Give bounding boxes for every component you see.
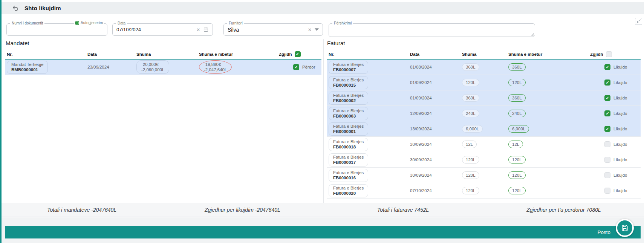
- check-icon: ✓: [606, 127, 609, 131]
- invoices-panel-title: Faturat: [327, 40, 345, 46]
- description-field[interactable]: Përshkrimi: [329, 23, 535, 37]
- selected-to-use-total: Zgjedhur per t'u perdorur 7080L: [483, 207, 644, 213]
- invoice-remaining: 12L: [508, 141, 523, 148]
- date-label: Data: [116, 21, 127, 25]
- row-select-checkbox[interactable]: ✓: [604, 141, 610, 147]
- invoice-remaining: 120L: [508, 79, 526, 86]
- mandate-number: BMB0000001: [11, 67, 43, 72]
- mandate-remaining-eur: -19,880€: [204, 62, 227, 67]
- invoice-type: Fatura e Blerjes: [333, 155, 364, 160]
- row-select-checkbox[interactable]: ✓: [604, 188, 610, 194]
- invoice-date: 30/09/2024: [410, 173, 462, 177]
- save-button[interactable]: [616, 219, 634, 237]
- column-header: Data: [87, 52, 136, 57]
- row-select-checkbox[interactable]: ✓: [604, 172, 610, 178]
- header-bar: Shto likujdim: [2, 2, 644, 14]
- invoice-type: Fatura e Blerjes: [333, 62, 364, 67]
- supplier-clear-icon[interactable]: ✕: [308, 28, 312, 32]
- table-row[interactable]: Fatura e Blerjes FB0000016 30/09/2024 12…: [327, 168, 641, 183]
- invoice-number: FB0000002: [333, 98, 364, 103]
- invoice-number: FB0000018: [333, 145, 364, 150]
- table-row[interactable]: Fatura e Blerjes FB0000020 07/10/2024 12…: [327, 183, 641, 199]
- autogenerate-toggle[interactable]: Autogjenerim: [74, 21, 104, 25]
- column-header: Shuma: [136, 52, 199, 57]
- invoice-chip: Fatura e Blerjes FB0000016: [329, 169, 368, 182]
- invoices-table: Nr. Data Shuma Shuma e mbetur Zgjidh ✓ F…: [327, 49, 641, 199]
- page-title: Shto likujdim: [24, 5, 61, 11]
- invoice-number: FB0000015: [333, 83, 364, 88]
- calendar-icon[interactable]: [203, 27, 209, 32]
- row-select-checkbox[interactable]: ✓: [604, 95, 610, 101]
- totals-strip: Totali i mandateve -2047640L Zgjedhur pe…: [2, 203, 644, 217]
- collapse-button[interactable]: [635, 18, 642, 25]
- column-header: Zgjidh: [590, 52, 603, 57]
- invoice-date: 07/10/2024: [410, 188, 462, 193]
- invoice-remaining: 360L: [508, 63, 526, 71]
- panel-divider: [323, 39, 324, 217]
- date-value: 07/10/2024: [116, 27, 141, 32]
- column-header: Shuma e mbetur: [199, 52, 274, 57]
- invoice-amount: 120L: [462, 187, 479, 194]
- select-all-checkbox[interactable]: ✓: [295, 51, 301, 57]
- invoice-amount: 360L: [462, 94, 479, 102]
- invoice-amount: 120L: [462, 79, 479, 86]
- table-row[interactable]: Fatura e Blerjes FB0000018 30/09/2024 12…: [327, 137, 641, 152]
- column-header-select: Zgjidh ✓: [274, 51, 321, 57]
- action-bar: Posto: [5, 226, 641, 238]
- invoice-chip: Fatura e Blerjes FB0000018: [329, 138, 368, 151]
- row-select-checkbox[interactable]: ✓: [604, 157, 610, 163]
- document-number-field[interactable]: Numri i dokumentit Autogjenerim: [6, 23, 107, 36]
- textarea-resize-handle[interactable]: [531, 32, 534, 36]
- invoice-chip: Fatura e Blerjes FB0000015: [329, 76, 368, 89]
- invoice-number: FB0000001: [333, 129, 364, 134]
- row-select-checkbox[interactable]: ✓: [293, 64, 299, 70]
- table-row[interactable]: Fatura e Blerjes FB0000017 30/09/2024 12…: [327, 152, 641, 168]
- mandate-remaining-highlighted: -19,880€ -2,047,640L: [199, 60, 232, 74]
- invoice-chip: Fatura e Blerjes FB0000001: [329, 122, 368, 136]
- select-all-checkbox[interactable]: ✓: [606, 51, 612, 57]
- row-action-label: Likujdo: [613, 65, 627, 69]
- table-row[interactable]: Mandat Terheqje BMB0000001 23/09/2024 -2…: [5, 60, 321, 75]
- table-row[interactable]: Fatura e Blerjes FB0000003 12/09/2024 24…: [327, 106, 641, 121]
- table-row[interactable]: Fatura e Blerjes FB0000007 01/08/2024 36…: [327, 60, 641, 75]
- date-clear-icon[interactable]: ✕: [196, 28, 200, 32]
- row-select-checkbox[interactable]: ✓: [604, 64, 610, 70]
- post-button[interactable]: Posto: [597, 229, 610, 235]
- invoice-date: 13/09/2024: [410, 127, 462, 131]
- mandates-table-header: Nr. Data Shuma Shuma e mbetur Zgjidh ✓: [5, 49, 321, 60]
- row-action-label: Likujdo: [613, 80, 627, 85]
- mandate-amount-lek: -2,060,000L: [141, 67, 164, 72]
- invoice-type: Fatura e Blerjes: [333, 93, 364, 98]
- invoice-amount: 6,000L: [462, 125, 483, 133]
- invoice-remaining: 240L: [508, 110, 526, 117]
- mandate-chip: Mandat Terheqje BMB0000001: [7, 61, 48, 74]
- row-select-checkbox[interactable]: ✓: [604, 110, 610, 116]
- mandate-amount-eur: -20,000€: [141, 62, 164, 67]
- invoice-chip: Fatura e Blerjes FB0000002: [329, 92, 368, 105]
- invoice-type: Fatura e Blerjes: [333, 186, 364, 191]
- date-field[interactable]: Data 07/10/2024 ✕: [112, 23, 213, 36]
- row-select-checkbox[interactable]: ✓: [604, 79, 610, 86]
- autogenerate-checkbox-icon: [75, 21, 79, 25]
- invoice-number: FB0000017: [333, 160, 364, 165]
- back-button[interactable]: [11, 4, 20, 12]
- invoice-remaining: 120L: [508, 187, 526, 194]
- invoice-chip: Fatura e Blerjes FB0000017: [329, 153, 368, 167]
- invoice-date: 01/08/2024: [410, 65, 462, 69]
- row-action-label: Likujdo: [613, 173, 627, 177]
- column-header-select: Zgjidh ✓: [590, 51, 641, 57]
- column-header: Nr.: [5, 52, 87, 57]
- table-row[interactable]: Fatura e Blerjes FB0000015 01/09/2024 12…: [327, 75, 641, 90]
- check-icon: ✓: [606, 96, 609, 100]
- invoice-amount: 120L: [462, 171, 479, 179]
- supplier-field[interactable]: Furnitori Silva ✕: [223, 23, 323, 36]
- invoice-type: Fatura e Blerjes: [333, 78, 364, 83]
- invoice-number: FB0000007: [333, 67, 364, 72]
- dropdown-arrow-icon[interactable]: [315, 28, 319, 31]
- invoice-remaining: 360L: [508, 94, 526, 102]
- invoice-amount: 12L: [462, 141, 477, 148]
- table-row[interactable]: Fatura e Blerjes FB0000001 13/09/2024 6,…: [327, 121, 641, 137]
- table-row[interactable]: Fatura e Blerjes FB0000002 01/09/2024 36…: [327, 90, 641, 106]
- invoice-number: FB0000016: [333, 176, 364, 180]
- row-select-checkbox[interactable]: ✓: [604, 126, 610, 132]
